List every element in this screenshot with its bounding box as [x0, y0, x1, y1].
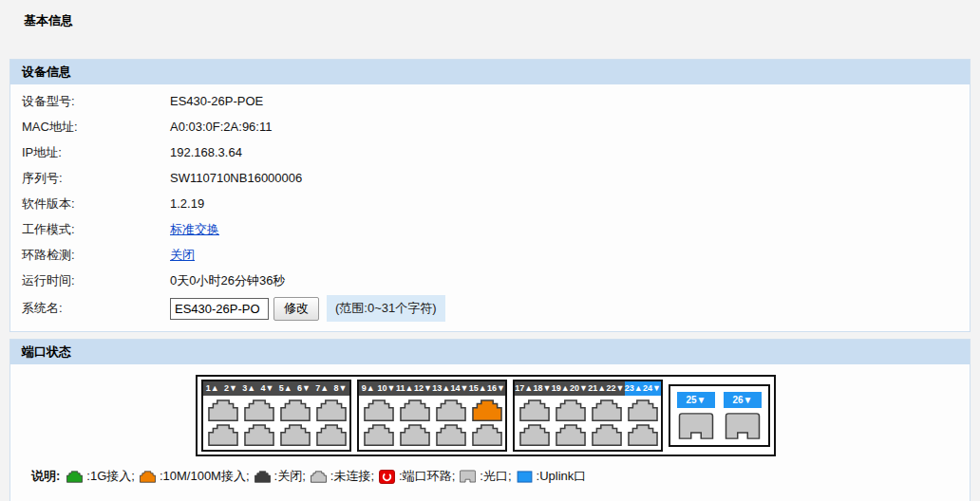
row-label: 系统名: [10, 300, 170, 317]
port-11[interactable] [400, 399, 430, 421]
work-mode-link[interactable]: 标准交换 [170, 222, 219, 236]
rj45-port-icon [364, 424, 394, 446]
port-8[interactable] [316, 424, 347, 446]
rj45-port-icon [316, 424, 347, 446]
port-7[interactable] [316, 399, 347, 421]
port-14[interactable] [436, 424, 466, 446]
port-number-label-5: 5▲ [276, 381, 294, 396]
device-row-uptime: 运行时间: 0天0小时26分钟36秒 [10, 268, 970, 293]
rj45-port-icon [519, 399, 550, 421]
rj45-port-icon [628, 399, 658, 421]
rj45-port-icon [280, 424, 311, 446]
port-legend-icon [311, 471, 327, 483]
loop-legend-icon [379, 470, 395, 484]
port-1[interactable] [208, 399, 238, 421]
port-16[interactable] [472, 424, 502, 446]
rj45-port-icon [364, 399, 394, 421]
rj45-port-icon [436, 399, 466, 421]
port-number-label-9: 9▲ [359, 381, 377, 396]
port-23[interactable] [628, 399, 658, 421]
port-19[interactable] [556, 399, 586, 421]
rj45-port-icon [556, 424, 586, 446]
rj45-port-icon [311, 471, 327, 483]
port-10[interactable] [364, 424, 394, 446]
legend-item-text: :Uplink口 [537, 468, 587, 485]
rj45-port-icon [556, 399, 586, 421]
port-number-label-20: 20▼ [570, 381, 588, 396]
port-4[interactable] [244, 424, 274, 446]
device-model-value: ES430-26P-POE [170, 94, 263, 108]
port-legend-icon [254, 471, 271, 483]
legend-item: :光口; [460, 468, 511, 485]
device-row-firmware: 软件版本: 1.2.19 [10, 191, 970, 216]
port-2[interactable] [208, 424, 238, 446]
port-number-label-11: 11▲ [396, 381, 414, 396]
rj45-port-icon [400, 399, 430, 421]
rj45-port-icon [244, 424, 274, 446]
port-number-label-26[interactable]: 26▼ [724, 392, 762, 408]
rj45-port-icon [316, 399, 347, 421]
row-label: 设备型号: [10, 93, 170, 110]
rj45-port-icon [592, 399, 622, 421]
port-legend-icon [66, 471, 83, 483]
port-group-3: 17▲18▼19▲20▼21▲22▼23▲24▼ [513, 380, 663, 452]
port-20[interactable] [556, 424, 586, 446]
firmware-version-value: 1.2.19 [170, 196, 204, 211]
ip-address-value: 192.168.3.64 [170, 145, 242, 159]
rj45-port-icon [628, 424, 658, 446]
row-label: 序列号: [10, 170, 170, 187]
row-label: 环路检测: [10, 247, 170, 264]
sfp-legend-icon [460, 470, 476, 483]
rj45-port-icon [66, 471, 83, 483]
device-row-loop-detect: 环路检测: 关闭 [10, 242, 970, 268]
legend-item-text: :1G接入; [86, 468, 135, 485]
loop-detect-link[interactable]: 关闭 [170, 248, 195, 262]
port-panel: 1▲2▼3▲4▼5▲6▼7▲8▼9▲10▼11▲12▼13▲14▼15▲16▼1… [196, 375, 776, 456]
port-number-label-19: 19▲ [552, 381, 570, 396]
port-3[interactable] [244, 399, 274, 421]
port-17[interactable] [519, 399, 550, 421]
row-label: 工作模式: [10, 221, 170, 238]
port-panel-area: 1▲2▼3▲4▼5▲6▼7▲8▼9▲10▼11▲12▼13▲14▼15▲16▼1… [10, 368, 970, 456]
port-18[interactable] [519, 424, 550, 446]
rj45-port-icon [519, 424, 550, 446]
port-number-label-25[interactable]: 25▼ [677, 392, 715, 408]
rj45-port-icon [208, 424, 238, 446]
port-5[interactable] [280, 399, 311, 421]
row-label: MAC地址: [10, 119, 170, 136]
uplink-icon [517, 471, 533, 483]
rj45-port-icon [244, 399, 274, 421]
legend-label: 说明: [31, 468, 60, 485]
legend-item: :10M/100M接入; [140, 468, 250, 485]
section-device-info: 设备信息 设备型号: ES430-26P-POE MAC地址: A0:03:0F… [9, 59, 971, 332]
sfp-port-icon [678, 413, 714, 439]
sfp-port-icon [460, 470, 476, 483]
port-13[interactable] [436, 399, 466, 421]
sfp-port-25[interactable]: 25▼ [677, 392, 715, 439]
port-number-label-22: 22▼ [606, 381, 624, 396]
uptime-value: 0天0小时26分钟36秒 [170, 272, 285, 289]
port-15[interactable] [472, 399, 502, 421]
port-12[interactable] [400, 424, 430, 446]
device-row-model: 设备型号: ES430-26P-POE [10, 88, 970, 114]
sfp-port-26[interactable]: 26▼ [724, 392, 762, 439]
device-row-serial: 序列号: SW110710NB16000006 [10, 165, 970, 191]
port-22[interactable] [592, 424, 622, 446]
port-number-label-2: 2▼ [221, 381, 239, 396]
port-6[interactable] [280, 424, 311, 446]
legend-item: :端口环路; [379, 468, 455, 485]
legend-item-text: :光口; [480, 468, 511, 485]
row-label: IP地址: [10, 144, 170, 161]
legend-item: :1G接入; [66, 468, 135, 485]
page-title: 基本信息 [0, 0, 980, 59]
port-9[interactable] [364, 399, 394, 421]
modify-button[interactable]: 修改 [273, 297, 319, 321]
rj45-port-icon [592, 424, 622, 446]
port-21[interactable] [592, 399, 622, 421]
port-24[interactable] [628, 424, 658, 446]
port-legend: 说明: :1G接入;:10M/100M接入;:关闭;:未连接;:端口环路;:光口… [31, 468, 970, 485]
device-row-work-mode: 工作模式: 标准交换 [10, 216, 970, 242]
system-name-input[interactable] [170, 298, 269, 320]
port-number-label-18: 18▼ [533, 381, 551, 396]
device-info-header: 设备信息 [10, 60, 970, 84]
